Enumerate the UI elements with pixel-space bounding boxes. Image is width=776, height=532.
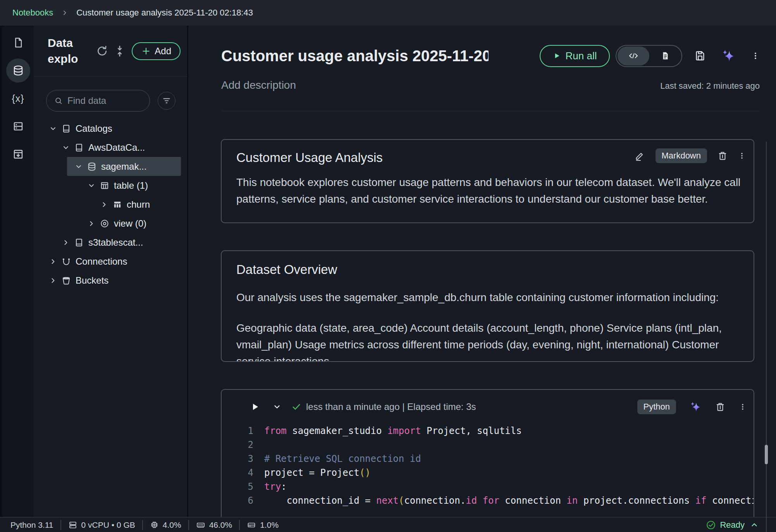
- trash-icon[interactable]: [717, 150, 728, 161]
- tree-item-view-group[interactable]: view (0): [34, 214, 187, 233]
- notebook-main: Customer usage analysis 2025-11-20 02:18…: [188, 26, 776, 517]
- line-number: 2: [237, 439, 253, 450]
- variables-icon[interactable]: {x}: [11, 91, 25, 105]
- code-line[interactable]: 2: [237, 438, 747, 452]
- code-text: # Retrieve SQL connection id: [264, 453, 421, 464]
- kebab-icon[interactable]: [738, 150, 746, 161]
- cell-type-badge[interactable]: Markdown: [656, 148, 707, 163]
- compute-status: 0 vCPU • 0 GB: [68, 520, 135, 530]
- notebook-scroll-area[interactable]: Customer Usage Analysis Markdown: [188, 111, 776, 517]
- search-input[interactable]: [67, 95, 143, 106]
- cell-body-text: This notebook explores customer usage pa…: [236, 174, 744, 207]
- chevron-right-icon[interactable]: [88, 220, 95, 227]
- tree-item-sagemaker-db[interactable]: sagemak...: [67, 157, 181, 176]
- tree-item-table-group[interactable]: table (1): [34, 176, 187, 195]
- markdown-cell-1[interactable]: Customer Usage Analysis Markdown: [221, 139, 754, 223]
- check-icon: [291, 402, 301, 412]
- markdown-view-icon[interactable]: [649, 46, 681, 65]
- code-line[interactable]: 1from sagemaker_studio import Project, s…: [237, 424, 747, 438]
- disk-label: 1.0%: [260, 520, 279, 530]
- trash-icon[interactable]: [715, 401, 726, 412]
- tree-item-connections[interactable]: Connections: [34, 252, 187, 271]
- collapse-vertical-icon[interactable]: [113, 44, 127, 59]
- chevron-right-icon[interactable]: [100, 201, 108, 208]
- tree-item-s3tablescatalog[interactable]: s3tablescat...: [34, 233, 187, 252]
- line-number: 1: [237, 425, 253, 436]
- code-line[interactable]: 5try:: [237, 480, 747, 494]
- code-line[interactable]: 3# Retrieve SQL connection id: [237, 452, 747, 466]
- code-line[interactable]: 4project = Project(): [237, 466, 747, 480]
- compute-icon[interactable]: [11, 119, 25, 133]
- code-line[interactable]: 6 connection_id = next(connection.id for…: [237, 494, 747, 508]
- execution-status: less than a minute ago | Elapsed time: 3…: [306, 401, 476, 412]
- chevron-down-icon[interactable]: [88, 182, 95, 189]
- kebab-icon[interactable]: [739, 401, 747, 412]
- run-cell-play-icon[interactable]: [250, 402, 260, 411]
- catalog-icon: [61, 124, 71, 134]
- data-explorer-title: Data explo: [48, 35, 90, 67]
- catalog-icon: [74, 238, 84, 248]
- search-box[interactable]: [46, 90, 150, 112]
- language-badge[interactable]: Python: [637, 399, 676, 414]
- import-box-icon[interactable]: [11, 147, 25, 161]
- chevron-down-icon[interactable]: [62, 144, 70, 152]
- markdown-cell-2[interactable]: Dataset Overview Our analysis uses the s…: [221, 250, 754, 362]
- add-description[interactable]: Add description: [221, 79, 296, 91]
- edit-icon[interactable]: [635, 150, 645, 161]
- cell-heading: Dataset Overview: [236, 261, 744, 278]
- tree-item-label: AwsDataCa...: [88, 142, 145, 153]
- tree-item-label: Buckets: [76, 275, 108, 286]
- tree-item-catalogs[interactable]: Catalogs: [34, 119, 187, 138]
- kernel-ready-toggle[interactable]: Ready: [706, 520, 759, 530]
- scrollbar-thumb[interactable]: [765, 445, 768, 464]
- chevron-down-icon[interactable]: [75, 163, 83, 170]
- chevron-right-icon[interactable]: [49, 277, 57, 284]
- tree-item-buckets[interactable]: Buckets: [34, 271, 187, 290]
- chevron-right-icon[interactable]: [49, 258, 57, 265]
- sparkle-icon[interactable]: [721, 48, 736, 63]
- tree-item-awsdatacatalog[interactable]: AwsDataCa...: [34, 138, 187, 157]
- cpu-label: 4.0%: [163, 520, 181, 530]
- status-divider: [60, 520, 61, 530]
- bucket-icon: [61, 275, 71, 286]
- memory-label: 46.0%: [209, 520, 232, 530]
- kebab-icon[interactable]: [751, 50, 760, 62]
- notebook-title[interactable]: Customer usage analysis 2025-11-20 02:18…: [221, 47, 489, 65]
- sparkle-icon[interactable]: [689, 401, 702, 413]
- status-bar: Python 3.11 0 vCPU • 0 GB 4.0% 46.0% 1.0…: [0, 517, 776, 532]
- save-icon[interactable]: [694, 50, 706, 62]
- chevron-down-icon[interactable]: [49, 125, 57, 133]
- run-all-button[interactable]: Run all: [540, 45, 610, 67]
- tree-item-label: sagemak...: [101, 161, 146, 172]
- play-icon: [553, 52, 561, 60]
- code-toggle-icon[interactable]: [618, 46, 649, 65]
- refresh-icon[interactable]: [95, 44, 109, 59]
- memory-icon: [196, 520, 205, 530]
- cell-body-text: Our analysis uses the sagemaker_sample_d…: [236, 289, 744, 306]
- memory-status: 46.0%: [196, 520, 232, 530]
- tree-item-churn[interactable]: churn: [34, 195, 187, 214]
- code-text: project = Project(): [264, 467, 371, 478]
- chevron-right-icon[interactable]: [62, 239, 70, 246]
- run-options-chevron-icon[interactable]: [273, 403, 281, 411]
- breadcrumb-notebooks-link[interactable]: Notebooks: [12, 8, 53, 18]
- code-text: try:: [264, 481, 287, 492]
- add-data-button[interactable]: Add: [132, 42, 181, 60]
- cpu-status: 4.0%: [150, 520, 181, 530]
- chevron-right-icon: [62, 10, 68, 16]
- view-icon: [100, 219, 110, 229]
- plus-icon: [141, 46, 151, 56]
- line-number: 5: [237, 481, 253, 492]
- line-number: 6: [237, 495, 253, 506]
- file-icon[interactable]: [11, 36, 25, 50]
- compute-label: 0 vCPU • 0 GB: [81, 520, 135, 530]
- scrollbar-track: [766, 142, 767, 532]
- connections-icon: [61, 257, 71, 267]
- filter-icon[interactable]: [158, 92, 176, 110]
- search-icon: [54, 96, 63, 106]
- code-cell[interactable]: less than a minute ago | Elapsed time: 3…: [221, 389, 754, 517]
- kernel-label: Python 3.11: [10, 520, 53, 530]
- code-text: from sagemaker_studio import Project, sq…: [264, 425, 522, 436]
- database-icon[interactable]: [11, 64, 25, 77]
- kernel-selector[interactable]: Python 3.11: [10, 520, 53, 530]
